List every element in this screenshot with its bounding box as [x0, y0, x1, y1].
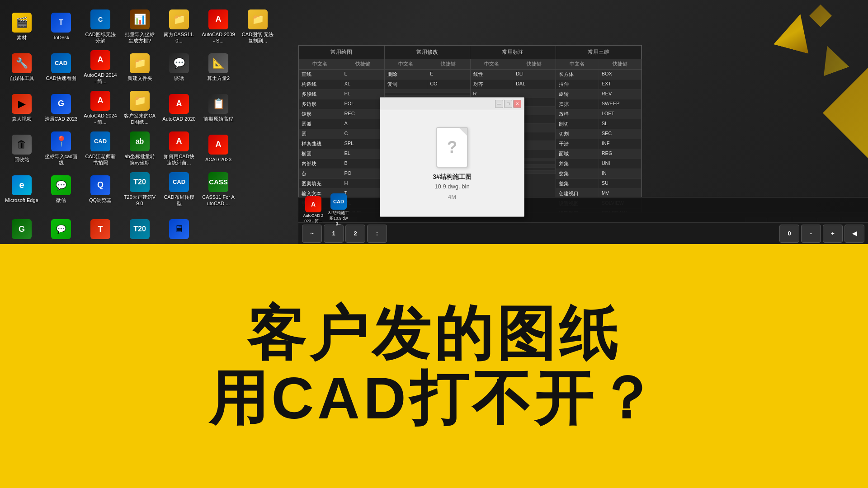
3d-row-10: 并集UNI: [556, 159, 642, 169]
ruhe-cad-icon: A: [169, 131, 189, 151]
icon-t3[interactable]: T20: [122, 211, 158, 244]
haozhen-cad-icon: G: [51, 94, 71, 114]
3d-row-3: 旋转REV: [556, 89, 642, 99]
kehu-cad-label: 客户发来的CAD图纸...: [123, 113, 157, 126]
3d-section: 中文名 快捷键 长方体BOX 拉伸EXT 旋转REV 扫掠SWEEP 放样LOF…: [556, 59, 642, 219]
dialog-content: 3#结构施工图 10.9.dwg..bin 4M: [380, 110, 524, 216]
key-0[interactable]: 0: [779, 225, 799, 243]
key-2[interactable]: 2: [345, 225, 365, 243]
icon-ab-zuobiao[interactable]: ab ab坐标批量转换xy坐标: [122, 130, 158, 167]
icon-nanfang-cass[interactable]: 📁 南方CASS11.0...: [161, 8, 197, 45]
taskbar-autocad2023-icon: A: [305, 196, 321, 212]
icon-kehu-cad[interactable]: 📁 客户发来的CAD图纸...: [122, 89, 158, 127]
t20-jianzhu-label: T20天正建筑V9.0: [123, 194, 157, 207]
icon-cad-buju[interactable]: CAD CAD布局转模型: [161, 171, 197, 208]
zuobiao-cad-label: 坐标导入cad画线: [44, 153, 78, 166]
drawing-row-9: 椭圆EL: [299, 149, 384, 159]
taskbar-autocad2023[interactable]: A AutoCAD 2023 - 简...: [302, 199, 325, 221]
file-corner: [459, 128, 467, 136]
annotate-col-key: 快捷键: [513, 59, 556, 69]
icon-zuobiao-cad[interactable]: 📍 坐标导入cad画线: [43, 130, 79, 167]
nanfang-cass-label: 南方CASS11.0...: [162, 31, 196, 44]
suanshi-icon: 📐: [208, 53, 228, 73]
3d-row-12: 差集SU: [556, 179, 642, 189]
cad-laoshi-label: CAD江老师新书拍照: [83, 153, 118, 166]
cad-wufafenjie-icon: C: [90, 9, 110, 29]
key-arrow[interactable]: ◀: [844, 225, 864, 243]
icon-tanhua[interactable]: 💬 谈话: [161, 49, 197, 86]
icon-monitor[interactable]: 🖥: [161, 211, 197, 244]
icon-cad-wufafu[interactable]: 📁 CAD图纸,无法复制到...: [240, 8, 276, 45]
wechat-icon: 💬: [51, 175, 71, 195]
icon-zhenren[interactable]: ▶ 真人视频: [4, 89, 40, 127]
xinjian-wenjianjia-icon: 📁: [130, 53, 150, 73]
ruhe-cad-label: 如何用CAD快速统计苗...: [162, 153, 196, 166]
drawing-row-1: 直线L: [299, 70, 384, 80]
annotate-col-header: 中文名 快捷键: [471, 59, 556, 70]
icon-wechat[interactable]: 💬 微信: [43, 171, 79, 208]
cass11-label: CASS11 For AutoCAD ...: [201, 194, 236, 207]
dialog-minimize-btn[interactable]: —: [495, 100, 503, 108]
acad2023-label: ACAD 2023: [205, 156, 231, 163]
file-dialog: — □ ✕ 3#结构施工图 10.9.dwg..bin 4M: [380, 97, 524, 217]
icon-edge[interactable]: e Microsoft Edge: [4, 171, 40, 208]
key-tilde[interactable]: ~: [302, 225, 322, 243]
3d-row-7: 切割SEC: [556, 129, 642, 139]
key-minus[interactable]: -: [801, 225, 821, 243]
icon-suanshi[interactable]: 📐 算土方量2: [200, 49, 236, 86]
cad-laoshi-icon: CAD: [90, 131, 110, 151]
autocad2014-label: AutoCAD 2014 - 简...: [83, 72, 118, 85]
file-unknown-icon: [436, 127, 468, 168]
cad-buju-label: CAD布局转模型: [162, 194, 196, 207]
piliangdaoru-label: 批量导入坐标生成方框?: [123, 31, 157, 44]
piliangdaoru-icon: 📊: [130, 9, 150, 29]
zuobiao-cad-icon: 📍: [51, 131, 71, 151]
icon-autocad2020[interactable]: A AutoCAD 2020: [161, 89, 197, 127]
icon-cad-wufafenjie[interactable]: C CAD图纸无法分解: [82, 8, 118, 45]
zhenren-label: 真人视频: [12, 116, 32, 122]
cass11-icon: CASS: [208, 172, 228, 192]
taskbar-autocad2023-label: AutoCAD 2023 - 简...: [302, 213, 325, 224]
t2-icon: T: [90, 219, 110, 239]
icon-qianqi[interactable]: 📋 前期原始高程: [200, 89, 236, 127]
icon-cass11[interactable]: CASS CASS11 For AutoCAD ...: [200, 171, 236, 208]
icon-autocad2024[interactable]: A AutoCAD 2024 - 简...: [82, 89, 118, 127]
icon-piliangdaoru[interactable]: 📊 批量导入坐标生成方框?: [122, 8, 158, 45]
wechat2-icon: 💬: [51, 219, 71, 239]
3d-row-6: 剖切SL: [556, 119, 642, 129]
icon-todesk[interactable]: T ToDesk: [43, 8, 79, 45]
icon-haozhen-cad[interactable]: G 浩辰CAD 2023: [43, 89, 79, 127]
icon-cad-kuaisukan[interactable]: CAD CAD快速看图: [43, 49, 79, 86]
key-colon[interactable]: :: [367, 225, 387, 243]
modify-col-key: 快捷键: [427, 59, 470, 69]
icon-t2[interactable]: T: [82, 211, 118, 244]
icon-ruhe-cad[interactable]: A 如何用CAD快速统计苗...: [161, 130, 197, 167]
icon-autocad2009[interactable]: A AutoCAD 2009 - S...: [200, 8, 236, 45]
icon-zimeiti[interactable]: 🔧 自媒体工具: [4, 49, 40, 86]
key-1[interactable]: 1: [324, 225, 344, 243]
icon-wechat2[interactable]: 💬: [43, 211, 79, 244]
drawing-row-4: 多边形POL: [299, 99, 384, 109]
icon-huishou[interactable]: 🗑 回收站: [4, 130, 40, 167]
icon-t20-jianzhu[interactable]: T20 T20天正建筑V9.0: [122, 171, 158, 208]
icon-xinjian-wenjianjia[interactable]: 📁 新建文件夹: [122, 49, 158, 86]
drawing-row-12: 图案填充H: [299, 179, 384, 189]
drawing-row-5: 矩形REC: [299, 109, 384, 119]
drawing-row-10: 内部块B: [299, 159, 384, 169]
cad-wufafenjie-label: CAD图纸无法分解: [83, 31, 118, 44]
t20-jianzhu-icon: T20: [130, 172, 150, 192]
icon-g2[interactable]: G: [4, 211, 40, 244]
icon-autocad2014[interactable]: A AutoCAD 2014 - 简...: [82, 49, 118, 86]
icon-acad2023[interactable]: A ACAD 2023: [200, 130, 236, 167]
icon-sucai[interactable]: 🎬 素材: [4, 8, 40, 45]
dialog-close-btn[interactable]: ✕: [513, 100, 521, 108]
taskbar-struct-drawing[interactable]: CAD 3#结构施工图10.9.dwg...: [327, 199, 350, 221]
icon-qq-browser[interactable]: Q QQ浏览器: [82, 171, 118, 208]
file-size: 4M: [448, 193, 456, 200]
icon-cad-laoshi[interactable]: CAD CAD江老师新书拍照: [82, 130, 118, 167]
autocad2020-label: AutoCAD 2020: [162, 116, 195, 122]
qq-browser-icon: Q: [90, 175, 110, 195]
bottom-text-line2: 用CAD打不开？: [209, 366, 659, 431]
dialog-maximize-btn[interactable]: □: [504, 100, 512, 108]
key-plus[interactable]: +: [823, 225, 843, 243]
